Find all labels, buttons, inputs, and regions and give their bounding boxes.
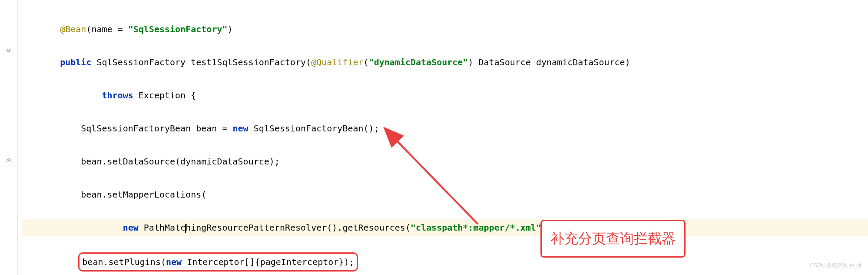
watermark-text: CSDN @程序员 jet_qi [810, 261, 861, 271]
annotation-callout: 补充分页查询拦截器 [540, 220, 686, 258]
code-line: throws Exception { [22, 87, 868, 104]
code-line: bean.setDataSource(dynamicDataSource); [22, 153, 868, 170]
code-line: bean.setPlugins(new Interceptor[]{pageIn… [22, 252, 868, 272]
code-line: SqlSessionFactoryBean bean = new SqlSess… [22, 120, 868, 137]
code-editor[interactable]: @Bean(name = "SqlSessionFactory") public… [0, 0, 868, 275]
annotation-text: 补充分页查询拦截器 [550, 231, 676, 246]
code-line-highlighted: new PathMatchingResourcePatternResolver(… [22, 219, 868, 236]
highlighted-code-box: bean.setPlugins(new Interceptor[]{pageIn… [78, 252, 358, 272]
code-line: public SqlSessionFactory test1SqlSession… [22, 54, 868, 70]
code-line: @Bean(name = "SqlSessionFactory") [22, 21, 868, 37]
code-line: bean.setMapperLocations( [22, 186, 868, 203]
